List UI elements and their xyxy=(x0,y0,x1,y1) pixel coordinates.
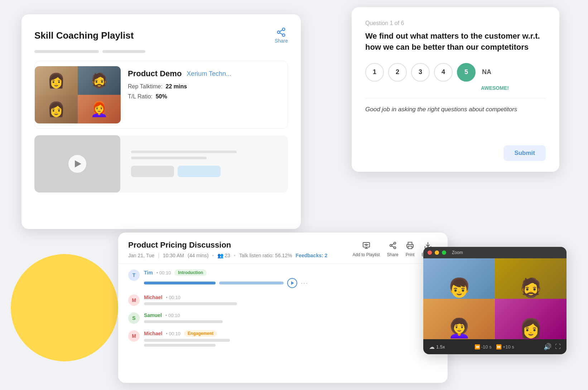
svg-line-4 xyxy=(280,30,283,32)
add-to-playlist-label: Add to Playlist xyxy=(353,252,380,257)
fullscreen-icon[interactable]: ⛶ xyxy=(555,343,561,350)
print-label: Print xyxy=(406,252,415,257)
talk-listen-ratio: Talk listen ratio: 56.12% xyxy=(239,253,292,258)
audio-bar-secondary xyxy=(219,282,284,284)
svg-line-10 xyxy=(391,246,394,247)
divider-bar-1 xyxy=(34,50,99,53)
question-divider xyxy=(365,98,546,98)
avatar-samuel: S xyxy=(128,312,140,324)
speaker-name-row-michael-2: Michael • 00:10 Engagement xyxy=(144,330,438,337)
speaker-info-michael-2: Michael • 00:10 Engagement xyxy=(144,330,438,347)
question-card: Question 1 of 6 We find out what matters… xyxy=(352,7,559,172)
awesome-label: AWESOME! xyxy=(444,85,546,91)
speaker-name-michael-1: Michael xyxy=(144,294,162,300)
playlist-share-button[interactable]: Share xyxy=(275,27,288,44)
rating-btn-5[interactable]: 5 xyxy=(457,63,476,82)
audio-bar-primary xyxy=(144,282,216,284)
placeholder-bar-2 xyxy=(131,157,207,159)
play-small-button[interactable] xyxy=(287,278,297,288)
print-button[interactable]: Print xyxy=(406,242,415,257)
call-stat-ratio: T/L Ratio: 50% xyxy=(128,93,283,100)
call-item-product-demo[interactable]: 👩 🧔 👩 👩‍🦰 Product Demo Xerium Techn... R… xyxy=(34,61,288,129)
speed-value[interactable]: 1.5x xyxy=(436,344,445,350)
face-4: 👩‍🦰 xyxy=(78,95,121,123)
rewind-icon: ⏪ xyxy=(474,344,480,350)
rating-btn-4[interactable]: 4 xyxy=(434,63,453,82)
submit-button[interactable]: Submit xyxy=(503,145,546,161)
call-item-video[interactable] xyxy=(34,135,288,192)
person-face-2: 🧔 xyxy=(519,277,543,299)
rewind-label: -10 s xyxy=(481,344,492,350)
video-cell-1: 👦 xyxy=(423,258,495,299)
speaker-time-michael-1: • 00:10 xyxy=(166,295,180,300)
speed-control: ☁ 1.5x xyxy=(429,343,445,350)
participants-count: 👥 23 xyxy=(217,253,230,258)
add-to-playlist-icon xyxy=(362,242,370,251)
print-icon xyxy=(406,242,414,251)
thumb-face-1: 👩 xyxy=(35,66,78,95)
speaker-name-samuel: Samuel xyxy=(144,312,162,318)
face-1: 👩 xyxy=(35,66,78,95)
avatar-michael-2: M xyxy=(128,330,140,342)
audio-bar-michael-2b xyxy=(144,344,216,347)
zoom-dot-red xyxy=(428,250,432,255)
call-time: 10:30 AM xyxy=(163,253,184,258)
rating-btn-3[interactable]: 3 xyxy=(411,63,430,82)
transcript-item-michael-1: M Michael • 00:10 xyxy=(128,294,438,306)
company-link[interactable]: Xerium Techn... xyxy=(187,70,231,78)
svg-line-11 xyxy=(391,244,394,245)
call-duration: (44 mins) xyxy=(188,253,208,258)
forward-icon: ⏩ xyxy=(496,344,502,350)
play-small-triangle-icon xyxy=(291,281,294,285)
transcript-item-michael-2: M Michael • 00:10 Engagement xyxy=(128,330,438,347)
speaker-info-michael-1: Michael • 00:10 xyxy=(144,294,438,305)
speaker-time-samuel: • 00:10 xyxy=(165,313,180,318)
rating-row: 1 2 3 4 5 NA xyxy=(365,63,546,82)
audio-bar-samuel xyxy=(144,320,223,323)
rating-btn-1[interactable]: 1 xyxy=(365,63,384,82)
speaker-name-row-samuel: Samuel • 00:10 xyxy=(144,312,438,318)
share-icon xyxy=(276,27,286,37)
speaker-info-samuel: Samuel • 00:10 xyxy=(144,312,438,323)
video-grid: 👦 🧔 👩‍🦱 👩 xyxy=(423,258,567,339)
call-name: Product Demo xyxy=(128,69,182,78)
speaker-name-tim: Tim xyxy=(144,270,153,276)
rating-na[interactable]: NA xyxy=(482,68,491,76)
call-thumbnail: 👩 🧔 👩 👩‍🦰 xyxy=(35,66,121,123)
share-action-label: Share xyxy=(387,252,399,257)
forward-label: +10 s xyxy=(503,344,514,350)
volume-icon[interactable]: 🔊 xyxy=(544,343,551,351)
call-name-row: Product Demo Xerium Techn... xyxy=(128,69,283,78)
svg-rect-12 xyxy=(408,246,412,249)
transcript-area: T Tim • 00:10 Introduction ··· xyxy=(118,264,448,359)
playlist-header: Skill Coaching Playlist Share xyxy=(34,27,288,44)
video-cell-2: 🧔 xyxy=(495,258,567,299)
dots-menu-button[interactable]: ··· xyxy=(301,279,308,287)
zoom-header: Zoom xyxy=(423,247,567,258)
call-detail-card: Product Pricing Discussion Jan 21, Tue |… xyxy=(118,233,448,383)
zoom-dot-yellow xyxy=(435,250,439,255)
transcript-item-samuel: S Samuel • 00:10 xyxy=(128,312,438,324)
video-cell-3: 👩‍🦱 xyxy=(423,299,495,339)
share-button[interactable]: Share xyxy=(387,242,399,257)
speaker-info-tim: Tim • 00:10 Introduction ··· xyxy=(144,269,438,288)
person-face-4: 👩 xyxy=(519,317,543,339)
person-face-1: 👦 xyxy=(448,277,471,299)
feedbacks-badge[interactable]: Feedbacks: 2 xyxy=(296,253,328,258)
call-info: Product Demo Xerium Techn... Rep Talktim… xyxy=(128,66,283,123)
placeholder-bar-1 xyxy=(131,151,237,153)
thumb-face-3: 👩 xyxy=(35,95,78,123)
speaker-name-row-tim: Tim • 00:10 Introduction xyxy=(144,269,438,276)
rewind-button[interactable]: ⏪ -10 s xyxy=(474,344,492,350)
add-to-playlist-button[interactable]: Add to Playlist xyxy=(353,242,380,257)
placeholder-btn-1 xyxy=(131,166,174,177)
placeholder-btn-2 xyxy=(178,166,221,177)
playlist-share-label: Share xyxy=(275,38,288,44)
play-triangle-icon xyxy=(75,160,81,167)
playlist-card: Skill Coaching Playlist Share 👩 🧔 👩 xyxy=(21,14,301,229)
rating-btn-2[interactable]: 2 xyxy=(388,63,407,82)
speaker-time-tim: • 00:10 xyxy=(156,270,171,276)
forward-button[interactable]: ⏩ +10 s xyxy=(496,344,514,350)
question-feedback: Good job in asking the right questions a… xyxy=(365,105,546,114)
play-button[interactable] xyxy=(68,155,86,173)
